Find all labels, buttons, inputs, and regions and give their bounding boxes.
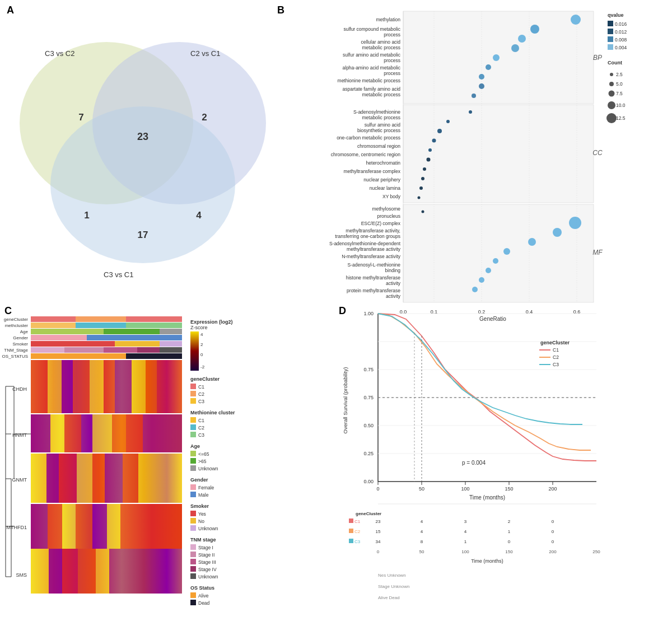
svg-text:Male: Male	[198, 492, 209, 498]
dot-methyltransferase-complex	[428, 148, 432, 152]
svg-rect-105	[59, 454, 77, 503]
nes-unknown-label: Nes Unknown	[378, 573, 406, 578]
svg-text:Age: Age	[190, 443, 200, 449]
svg-text:C3: C3	[198, 432, 204, 438]
count-dot-10	[608, 101, 615, 109]
svg-text:heterochromatin: heterochromatin	[366, 160, 401, 166]
svg-rect-114	[76, 504, 92, 549]
svg-rect-99	[92, 414, 112, 452]
svg-rect-67	[87, 335, 182, 340]
svg-rect-72	[64, 347, 104, 353]
gene-label-gnmt: GNMT	[12, 477, 27, 483]
svg-rect-156	[190, 484, 196, 490]
svg-rect-101	[126, 414, 143, 452]
dot-one-carbon	[469, 110, 472, 114]
svg-text:Female: Female	[198, 485, 214, 490]
svg-text:metabolic process: metabolic process	[362, 92, 400, 97]
svg-text:OS Status: OS Status	[190, 585, 214, 591]
mf-label: MF	[592, 249, 603, 256]
svg-rect-107	[92, 454, 105, 503]
venn-num-17: 17	[138, 230, 148, 240]
svg-text:histone methyltransferase: histone methyltransferase	[346, 275, 401, 281]
svg-text:C2: C2	[354, 529, 361, 534]
svg-rect-62	[126, 323, 182, 328]
svg-rect-118	[31, 549, 49, 594]
svg-rect-66	[31, 335, 87, 340]
svg-rect-65	[160, 329, 182, 334]
svg-text:0: 0	[552, 529, 554, 534]
svg-rect-153	[190, 465, 196, 471]
genecluster-legend-title: geneCluster	[190, 376, 220, 382]
svg-text:protein methyltransferase: protein methyltransferase	[347, 288, 400, 293]
svg-text:activity: activity	[386, 293, 401, 299]
svg-text:C1: C1	[198, 384, 204, 390]
dot-sulfur-biosyn	[472, 94, 476, 98]
svg-rect-106	[77, 454, 92, 503]
svg-rect-73	[104, 347, 137, 353]
count-legend-title: Count	[608, 60, 622, 66]
svg-rect-161	[190, 511, 196, 516]
svg-text:Smoker: Smoker	[12, 342, 28, 347]
svg-rect-123	[109, 549, 182, 594]
svg-rect-120	[62, 549, 78, 594]
svg-text:nuclear periphery: nuclear periphery	[363, 177, 400, 183]
svg-text:Stage III: Stage III	[198, 559, 216, 565]
svg-text:geneCluster: geneCluster	[4, 317, 28, 322]
count-dot-5	[609, 82, 614, 86]
svg-text:methionine metabolic process: methionine metabolic process	[338, 78, 400, 83]
svg-rect-113	[62, 504, 76, 549]
svg-text:0.008: 0.008	[615, 37, 627, 43]
risk-table-label: geneCluster	[356, 511, 381, 516]
svg-text:chromosomal region: chromosomal region	[357, 143, 400, 149]
svg-text:C3: C3	[198, 399, 204, 404]
svg-rect-97	[64, 414, 81, 452]
svg-text:Unknown: Unknown	[198, 574, 218, 580]
count-dot-12.5	[606, 113, 617, 123]
svg-rect-92	[132, 360, 146, 413]
survival-c3	[378, 314, 582, 424]
svg-text:cellular amino acid: cellular amino acid	[361, 39, 401, 45]
svg-text:TNM stage: TNM stage	[190, 537, 216, 543]
svg-rect-61	[76, 323, 126, 328]
svg-text:transferring one-carbon groups: transferring one-carbon groups	[335, 233, 400, 239]
svg-text:Unknown: Unknown	[198, 466, 218, 471]
svg-text:4: 4	[421, 529, 423, 534]
dot-cellular-aa	[518, 35, 526, 43]
cc-label: CC	[592, 149, 603, 157]
svg-text:<=65: <=65	[198, 451, 209, 457]
venn-label-c2c1: C2 vs C1	[190, 49, 220, 58]
dot-methionine	[486, 64, 491, 70]
svg-text:Dead: Dead	[198, 600, 210, 606]
qvalue-legend-title: qvalue	[608, 12, 624, 18]
gene-label-chdh: CHDH	[12, 386, 27, 392]
svg-text:0: 0	[552, 539, 554, 544]
svg-rect-103	[31, 454, 46, 503]
y-axis-label: Overall Survival (probability)	[342, 367, 348, 434]
gene-label-sms: SMS	[16, 572, 27, 578]
dot-protein-lysine	[479, 277, 484, 283]
svg-rect-95	[31, 414, 50, 452]
svg-rect-110	[138, 454, 182, 503]
dot-chromosomal	[446, 120, 450, 123]
svg-rect-89	[90, 360, 104, 413]
mf-section	[403, 204, 594, 302]
gene-label-hnmt: HNMT	[12, 432, 27, 438]
svg-rect-57	[31, 316, 76, 322]
svg-text:0.004: 0.004	[615, 45, 627, 50]
svg-rect-209	[349, 518, 353, 523]
svg-text:process: process	[384, 71, 400, 76]
svg-text:4: 4	[421, 519, 423, 524]
svg-rect-119	[49, 549, 62, 594]
expr-colorbar	[190, 331, 199, 371]
svg-text:200: 200	[548, 486, 557, 492]
svg-text:0.25: 0.25	[363, 451, 374, 456]
venn-num-2: 2	[202, 112, 207, 123]
dot-alpha-aa	[493, 54, 500, 61]
svg-text:2: 2	[200, 342, 203, 347]
svg-text:C2: C2	[553, 354, 559, 360]
svg-rect-70	[160, 341, 182, 347]
svg-rect-181	[190, 600, 196, 605]
svg-rect-96	[50, 414, 64, 452]
dot-sam-dep-meth	[569, 217, 581, 229]
svg-text:0: 0	[508, 539, 511, 544]
